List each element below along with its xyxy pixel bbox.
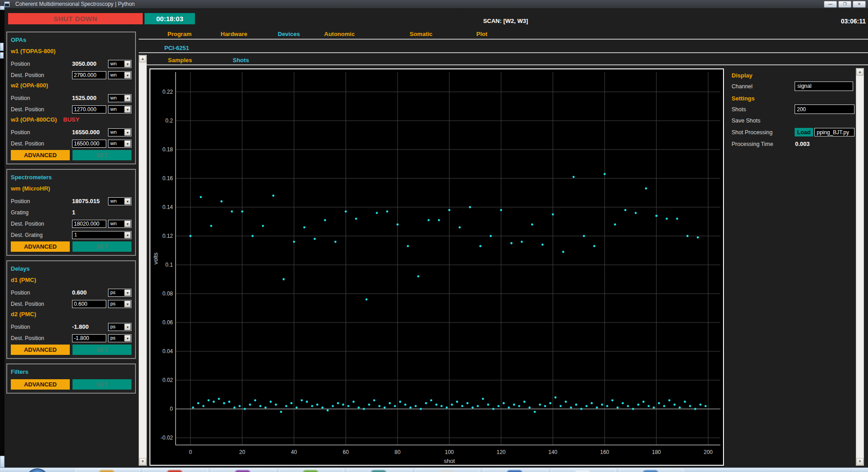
tab-plot[interactable]: Plot <box>476 31 488 37</box>
position-value: 1525.000 <box>72 95 106 101</box>
section-delays: Delaysd1 (PMC)Position0.600ps▼Dest. Posi… <box>6 260 136 359</box>
taskbar-app-icon <box>643 470 658 472</box>
dest-position-input[interactable] <box>72 334 106 342</box>
tab-program[interactable]: Program <box>167 31 191 37</box>
taskbar-item[interactable] <box>483 468 548 472</box>
set-button[interactable]: SET <box>72 379 131 390</box>
hardware-name: d2 (PMC) <box>11 309 131 321</box>
svg-text:140: 140 <box>548 449 557 455</box>
dest-position-input[interactable] <box>72 71 106 79</box>
tab-devices[interactable]: Devices <box>278 31 300 37</box>
restore-button[interactable]: ❐ <box>838 1 851 8</box>
hardware-name: w3 (OPA-800CG)BUSY <box>11 115 131 127</box>
taskbar-item[interactable] <box>75 468 140 472</box>
set-button[interactable]: SET <box>72 150 131 160</box>
svg-text:0.14: 0.14 <box>163 204 173 210</box>
taskbar-item[interactable] <box>211 468 276 472</box>
advanced-button[interactable]: ADVANCED <box>11 345 70 355</box>
chevron-down-icon[interactable]: ▼ <box>124 95 131 101</box>
chevron-down-icon[interactable]: ▼ <box>124 221 131 227</box>
chevron-down-icon[interactable]: ▼ <box>124 72 131 78</box>
taskbar-item[interactable] <box>415 468 480 472</box>
start-button[interactable] <box>26 468 49 472</box>
chevron-down-icon[interactable]: ▼ <box>124 301 131 307</box>
advanced-button[interactable]: ADVANCED <box>11 150 70 160</box>
scroll-up-icon[interactable]: ▲ <box>139 55 146 63</box>
taskbar-item[interactable] <box>619 468 684 472</box>
chevron-down-icon[interactable]: ▼ <box>124 129 131 136</box>
load-script-button[interactable]: Load <box>795 128 813 136</box>
advanced-button[interactable]: ADVANCED <box>11 379 70 390</box>
units-select[interactable]: wn▼ <box>108 197 131 205</box>
processing-script-field[interactable] <box>814 128 854 136</box>
chevron-down-icon[interactable]: ▼ <box>124 198 131 204</box>
set-button[interactable]: SET <box>72 241 131 252</box>
units-select[interactable]: wn▼ <box>108 94 131 102</box>
taskbar-app-icon <box>575 470 590 472</box>
units-select[interactable]: ps▼ <box>108 323 131 331</box>
tab-autonomic[interactable]: Autonomic <box>324 31 355 37</box>
close-button[interactable]: ✕ <box>853 1 866 8</box>
svg-text:0: 0 <box>189 449 192 455</box>
svg-text:180: 180 <box>652 449 661 455</box>
tab-somatic[interactable]: Somatic <box>410 31 433 37</box>
svg-text:0.2: 0.2 <box>165 118 173 124</box>
desktop: Coherent Multidimensional Spectroscopy |… <box>0 0 868 472</box>
taskbar-app-icon <box>99 470 114 472</box>
save-shots-label: Save Shots <box>732 118 760 124</box>
app-icon <box>4 1 10 7</box>
chevron-down-icon[interactable]: ▼ <box>124 106 131 113</box>
hardware-name: w2 (OPA-800) <box>11 81 131 92</box>
unit-value: ps <box>110 335 116 340</box>
advanced-button[interactable]: ADVANCED <box>11 241 70 252</box>
scroll-down-icon[interactable]: ▼ <box>856 458 863 465</box>
hardware-sidebar: OPAsw1 (TOPAS-800)Position3050.000wn▼Des… <box>6 32 136 398</box>
section-opas: OPAsw1 (TOPAS-800)Position3050.000wn▼Des… <box>6 32 136 164</box>
units-select[interactable]: wn▼ <box>108 140 131 148</box>
dest-position-input[interactable] <box>72 140 106 148</box>
plot-area-scrollbar[interactable]: ▲ ▼ <box>139 55 147 466</box>
tab-samples[interactable]: Samples <box>168 57 192 64</box>
units-select[interactable]: wn▼ <box>108 128 131 136</box>
dest-position-input[interactable] <box>72 300 106 308</box>
field-label: Position <box>11 129 72 136</box>
dest-grating-select[interactable]: 1▼ <box>72 231 131 239</box>
unit-value: wn <box>110 72 117 77</box>
units-select[interactable]: ps▼ <box>108 289 131 297</box>
taskbar-app-icon <box>303 470 318 472</box>
units-select[interactable]: wn▼ <box>108 105 131 113</box>
chevron-down-icon[interactable]: ▼ <box>124 324 131 330</box>
scroll-up-icon[interactable]: ▲ <box>856 68 863 76</box>
tab-shots[interactable]: Shots <box>233 57 249 64</box>
taskbar-item[interactable] <box>347 468 412 472</box>
units-select[interactable]: wn▼ <box>108 60 131 68</box>
set-button[interactable]: SET <box>72 345 131 355</box>
chevron-down-icon[interactable]: ▼ <box>124 290 131 296</box>
svg-text:0.02: 0.02 <box>163 377 173 383</box>
shutdown-button[interactable]: SHUT DOWN <box>8 13 143 24</box>
field-label: Dest. Position <box>11 106 72 113</box>
window-titlebar: Coherent Multidimensional Spectroscopy |… <box>0 0 868 9</box>
chevron-down-icon[interactable]: ▼ <box>124 335 131 341</box>
chevron-down-icon[interactable]: ▼ <box>124 232 131 238</box>
tab-pci-6251[interactable]: PCI-6251 <box>164 45 189 51</box>
dest-position-input[interactable] <box>72 220 106 228</box>
units-select[interactable]: ps▼ <box>108 300 131 308</box>
tab-hardware[interactable]: Hardware <box>221 31 247 37</box>
position-value: 3050.000 <box>72 60 106 67</box>
chevron-down-icon[interactable]: ▼ <box>124 61 131 67</box>
units-select[interactable]: wn▼ <box>108 71 131 79</box>
channel-select[interactable]: signal ▼ <box>795 82 853 91</box>
minimize-button[interactable]: — <box>824 1 837 8</box>
taskbar-item[interactable] <box>551 468 616 472</box>
taskbar-item[interactable] <box>279 468 344 472</box>
scroll-down-icon[interactable]: ▼ <box>139 458 146 465</box>
taskbar-app-icon <box>371 470 386 472</box>
dest-position-input[interactable] <box>72 105 106 113</box>
shots-input[interactable] <box>795 104 854 114</box>
settings-panel-scrollbar[interactable]: ▲ ▼ <box>856 68 864 466</box>
units-select[interactable]: ps▼ <box>108 334 131 342</box>
chevron-down-icon[interactable]: ▼ <box>124 141 131 147</box>
taskbar-item[interactable] <box>143 468 208 472</box>
units-select[interactable]: wn▼ <box>108 220 131 228</box>
